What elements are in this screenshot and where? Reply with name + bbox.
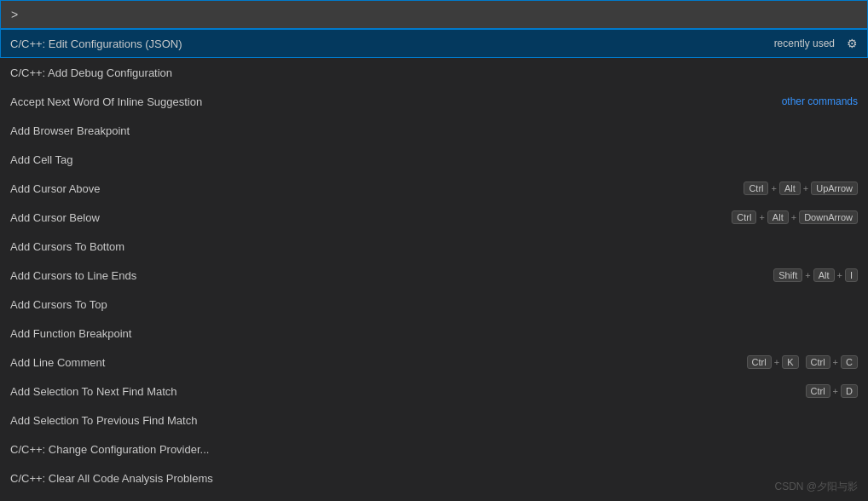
keybinding: Ctrl+K	[747, 355, 799, 369]
result-right: Ctrl+Alt+UpArrow	[744, 181, 858, 195]
key-badge: Alt	[779, 181, 801, 195]
result-label: Add Selection To Next Find Match	[10, 385, 806, 398]
result-item[interactable]: Add Cursors to Line EndsShift+Alt+I	[0, 261, 868, 290]
keybinding: Ctrl+C	[806, 355, 859, 369]
result-right: Ctrl+Alt+DownArrow	[732, 210, 858, 224]
result-label: C/C++: Add Debug Configuration	[10, 66, 858, 79]
result-label: Add Browser Breakpoint	[10, 124, 858, 137]
result-item[interactable]: C/C++: Edit Configurations (JSON)recentl…	[0, 29, 868, 58]
result-label: C/C++: Clear All Code Analysis Problems	[10, 472, 858, 485]
result-item[interactable]: Add Browser Breakpoint	[0, 116, 868, 145]
key-badge: UpArrow	[811, 181, 858, 195]
result-right: Ctrl+KCtrl+C	[747, 355, 858, 369]
keybinding: Ctrl+Alt+UpArrow	[744, 181, 858, 195]
result-label: Accept Next Word Of Inline Suggestion	[10, 95, 782, 108]
key-separator: +	[774, 357, 779, 367]
key-separator: +	[805, 270, 810, 280]
key-separator: +	[791, 212, 796, 222]
result-label: Add Cursors To Bottom	[10, 240, 858, 253]
key-badge: Ctrl	[806, 355, 830, 369]
result-label: Add Cursors To Top	[10, 298, 858, 311]
result-item[interactable]: Add Selection To Previous Find Match	[0, 406, 868, 435]
key-separator: +	[771, 183, 776, 193]
key-separator: +	[833, 386, 838, 396]
result-label: Add Cursor Above	[10, 182, 744, 195]
watermark: CSDN @夕阳与影	[774, 480, 858, 494]
other-commands-label: other commands	[782, 95, 858, 107]
result-item[interactable]: Add Cell Tag	[0, 145, 868, 174]
key-separator: +	[803, 183, 808, 193]
result-item[interactable]: C/C++: Change Configuration Provider...	[0, 435, 868, 464]
result-label: Add Line Comment	[10, 356, 747, 369]
gear-icon[interactable]: ⚙	[847, 37, 858, 50]
recently-used-badge: recently used	[774, 37, 835, 49]
result-item[interactable]: Add Cursor AboveCtrl+Alt+UpArrow	[0, 174, 868, 203]
key-badge: C	[841, 355, 858, 369]
result-label: Add Cursors to Line Ends	[10, 269, 773, 282]
key-badge: DownArrow	[799, 210, 858, 224]
key-badge: Ctrl	[744, 181, 768, 195]
result-item[interactable]: Add Selection To Next Find MatchCtrl+D	[0, 377, 868, 406]
result-item[interactable]: Add Function Breakpoint	[0, 319, 868, 348]
search-prompt: >	[11, 8, 18, 21]
result-right: Ctrl+D	[806, 384, 859, 398]
result-item[interactable]: Add Cursors To Bottom	[0, 232, 868, 261]
key-badge: Ctrl	[732, 210, 756, 224]
keybinding: Ctrl+D	[806, 384, 859, 398]
key-separator: +	[837, 270, 842, 280]
result-label: Add Function Breakpoint	[10, 327, 858, 340]
result-right: other commands	[782, 95, 858, 107]
result-item[interactable]: Add Cursors To Top	[0, 290, 868, 319]
keybinding: Shift+Alt+I	[773, 268, 858, 282]
key-badge: Ctrl	[747, 355, 772, 369]
key-badge: Ctrl	[806, 384, 830, 398]
result-label: Add Cursor Below	[10, 211, 732, 224]
key-badge: Alt	[813, 268, 835, 282]
key-separator: +	[833, 357, 838, 367]
key-badge: K	[782, 355, 798, 369]
search-bar[interactable]: >	[0, 0, 868, 29]
results-container: C/C++: Edit Configurations (JSON)recentl…	[0, 29, 868, 492]
result-item[interactable]: Accept Next Word Of Inline Suggestionoth…	[0, 87, 868, 116]
result-right: Shift+Alt+I	[773, 268, 858, 282]
result-item[interactable]: Add Cursor BelowCtrl+Alt+DownArrow	[0, 203, 868, 232]
result-right: recently used⚙	[774, 37, 858, 50]
result-item[interactable]: C/C++: Clear All Code Analysis Problems	[0, 464, 868, 492]
result-label: Add Selection To Previous Find Match	[10, 414, 858, 427]
key-badge: I	[845, 268, 858, 282]
result-label: C/C++: Edit Configurations (JSON)	[10, 37, 774, 50]
result-item[interactable]: C/C++: Add Debug Configuration	[0, 58, 868, 87]
result-label: C/C++: Change Configuration Provider...	[10, 443, 858, 456]
key-badge: Shift	[773, 268, 802, 282]
key-badge: D	[841, 384, 858, 398]
key-separator: +	[759, 212, 764, 222]
key-badge: Alt	[767, 210, 789, 224]
result-label: Add Cell Tag	[10, 153, 858, 166]
keybinding: Ctrl+Alt+DownArrow	[732, 210, 858, 224]
result-item[interactable]: Add Line CommentCtrl+KCtrl+C	[0, 348, 868, 377]
command-palette: > C/C++: Edit Configurations (JSON)recen…	[0, 0, 868, 501]
